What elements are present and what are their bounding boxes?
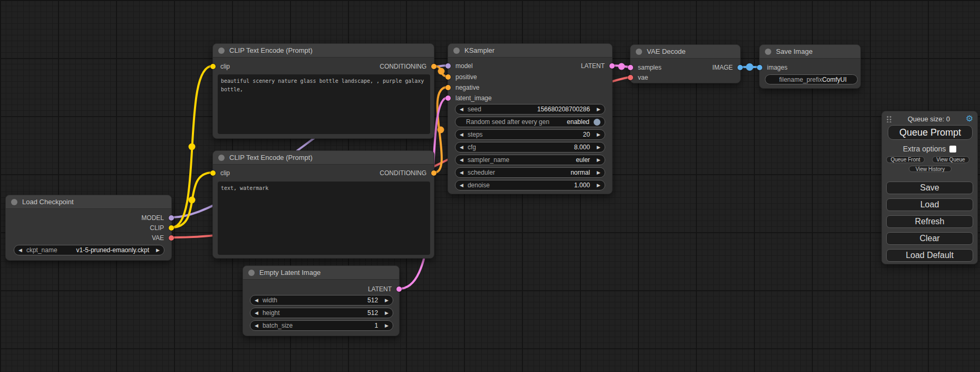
input-images[interactable]: images	[760, 64, 788, 71]
node-clip-text-encode-positive[interactable]: CLIP Text Encode (Prompt) clip CONDITION…	[212, 43, 434, 139]
node-title-bar[interactable]: Save Image	[760, 45, 860, 59]
node-save-image[interactable]: Save Image images filename_prefix ComfyU…	[759, 44, 861, 89]
widget-steps[interactable]: ◀ steps 20 ▶	[455, 129, 605, 140]
increment-arrow-icon[interactable]: ▶	[597, 132, 600, 137]
node-title-bar[interactable]: CLIP Text Encode (Prompt)	[213, 44, 434, 58]
decrement-arrow-icon[interactable]: ◀	[460, 132, 463, 137]
widget-scheduler[interactable]: ◀ scheduler normal ▶	[455, 167, 605, 178]
collapse-dot-icon[interactable]	[453, 47, 460, 54]
view-queue-button[interactable]: View Queue	[932, 156, 969, 163]
node-graph-canvas[interactable]: Load Checkpoint MODEL CLIP VAE ◀ ckpt_na…	[0, 0, 980, 372]
widget-filename-prefix[interactable]: filename_prefix ComfyUI	[765, 74, 858, 84]
node-vae-decode[interactable]: VAE Decode samples vae IMAGE	[630, 44, 741, 83]
increment-arrow-icon[interactable]: ▶	[597, 107, 600, 112]
vae-port-icon[interactable]	[169, 235, 174, 241]
clear-button[interactable]: Clear	[886, 232, 973, 245]
increment-arrow-icon[interactable]: ▶	[156, 248, 160, 253]
collapse-dot-icon[interactable]	[765, 49, 771, 55]
extra-options-checkbox[interactable]	[949, 146, 956, 152]
toggle-circle-icon[interactable]	[594, 119, 600, 126]
output-conditioning[interactable]: CONDITIONING	[380, 63, 434, 70]
input-negative[interactable]: negative	[448, 84, 479, 91]
decrement-arrow-icon[interactable]: ◀	[460, 107, 463, 112]
widget-height[interactable]: ◀ height 512 ▶	[250, 308, 393, 318]
drag-handle-icon[interactable]	[886, 115, 892, 122]
decrement-arrow-icon[interactable]: ◀	[460, 183, 463, 188]
increment-arrow-icon[interactable]: ▶	[597, 170, 600, 175]
node-ksampler[interactable]: KSampler model positive negative latent_…	[448, 43, 613, 194]
increment-arrow-icon[interactable]: ▶	[597, 145, 600, 150]
increment-arrow-icon[interactable]: ▶	[385, 311, 389, 316]
collapse-dot-icon[interactable]	[11, 199, 17, 205]
output-clip[interactable]: CLIP	[150, 224, 171, 232]
output-model[interactable]: MODEL	[141, 214, 171, 222]
node-title-bar[interactable]: Empty Latent Image	[243, 266, 399, 280]
clip-port-icon[interactable]	[210, 170, 216, 176]
decrement-arrow-icon[interactable]: ◀	[255, 298, 258, 303]
increment-arrow-icon[interactable]: ▶	[385, 323, 389, 328]
prompt-textarea[interactable]: beautiful scenery nature glass bottle la…	[218, 74, 430, 134]
widget-cfg[interactable]: ◀ cfg 8.000 ▶	[455, 142, 605, 152]
queue-front-button[interactable]: Queue Front	[886, 156, 925, 163]
node-title-bar[interactable]: KSampler	[448, 44, 612, 58]
widget-denoise[interactable]: ◀ denoise 1.000 ▶	[455, 180, 605, 190]
model-port-icon[interactable]	[169, 215, 174, 221]
node-clip-text-encode-negative[interactable]: CLIP Text Encode (Prompt) clip CONDITION…	[212, 150, 434, 259]
decrement-arrow-icon[interactable]: ◀	[18, 248, 22, 253]
latent-port-icon[interactable]	[396, 287, 402, 292]
conditioning-port-icon[interactable]	[431, 64, 436, 69]
increment-arrow-icon[interactable]: ▶	[385, 298, 389, 303]
increment-arrow-icon[interactable]: ▶	[597, 183, 600, 188]
node-title-bar[interactable]: VAE Decode	[630, 45, 740, 59]
prompt-textarea[interactable]: text, watermark	[218, 182, 430, 255]
image-port-icon[interactable]	[757, 65, 762, 70]
refresh-button[interactable]: Refresh	[886, 215, 973, 228]
output-vae[interactable]: VAE	[152, 234, 171, 242]
widget-seed[interactable]: ◀ seed 156680208700286 ▶	[455, 104, 605, 115]
collapse-dot-icon[interactable]	[248, 270, 255, 276]
conditioning-port-icon[interactable]	[445, 74, 451, 80]
widget-random-seed-toggle[interactable]: Random seed after every gen enabled	[455, 117, 605, 127]
output-latent[interactable]: LATENT	[368, 285, 399, 293]
node-load-checkpoint[interactable]: Load Checkpoint MODEL CLIP VAE ◀ ckpt_na…	[5, 195, 172, 261]
input-positive[interactable]: positive	[448, 73, 477, 81]
output-latent[interactable]: LATENT	[581, 62, 612, 70]
increment-arrow-icon[interactable]: ▶	[597, 158, 600, 163]
collapse-dot-icon[interactable]	[218, 47, 225, 54]
latent-port-icon[interactable]	[628, 65, 633, 70]
input-clip[interactable]: clip	[213, 169, 230, 177]
image-port-icon[interactable]	[738, 65, 743, 70]
input-samples[interactable]: samples	[630, 64, 662, 71]
widget-ckpt-name[interactable]: ◀ ckpt_name v1-5-pruned-emaonly.ckpt ▶	[14, 245, 164, 255]
decrement-arrow-icon[interactable]: ◀	[460, 145, 463, 150]
decrement-arrow-icon[interactable]: ◀	[255, 311, 258, 316]
input-model[interactable]: model	[448, 62, 473, 70]
widget-sampler-name[interactable]: ◀ sampler_name euler ▶	[455, 155, 605, 165]
view-history-button[interactable]: View History	[909, 166, 952, 172]
load-button[interactable]: Load	[886, 198, 973, 211]
input-latent-image[interactable]: latent_image	[448, 94, 492, 102]
load-default-button[interactable]: Load Default	[886, 249, 973, 262]
latent-port-icon[interactable]	[609, 63, 615, 69]
output-image[interactable]: IMAGE	[712, 64, 740, 71]
node-title-bar[interactable]: Load Checkpoint	[6, 195, 171, 209]
widget-width[interactable]: ◀ width 512 ▶	[250, 295, 393, 306]
gear-icon[interactable]: ⚙	[966, 115, 973, 123]
vae-port-icon[interactable]	[628, 75, 633, 80]
decrement-arrow-icon[interactable]: ◀	[460, 170, 463, 175]
save-button[interactable]: Save	[886, 182, 973, 194]
decrement-arrow-icon[interactable]: ◀	[460, 158, 463, 163]
input-vae[interactable]: vae	[630, 74, 648, 81]
clip-port-icon[interactable]	[169, 225, 174, 231]
node-title-bar[interactable]: CLIP Text Encode (Prompt)	[213, 151, 434, 165]
queue-prompt-button[interactable]: Queue Prompt	[888, 125, 973, 140]
latent-port-icon[interactable]	[445, 96, 451, 101]
widget-batch-size[interactable]: ◀ batch_size 1 ▶	[250, 320, 393, 331]
clip-port-icon[interactable]	[210, 64, 216, 69]
decrement-arrow-icon[interactable]: ◀	[255, 323, 258, 328]
model-port-icon[interactable]	[445, 63, 451, 69]
collapse-dot-icon[interactable]	[636, 49, 642, 55]
collapse-dot-icon[interactable]	[218, 155, 225, 161]
conditioning-port-icon[interactable]	[445, 85, 451, 90]
node-empty-latent-image[interactable]: Empty Latent Image LATENT ◀ width 512 ▶ …	[242, 265, 400, 336]
